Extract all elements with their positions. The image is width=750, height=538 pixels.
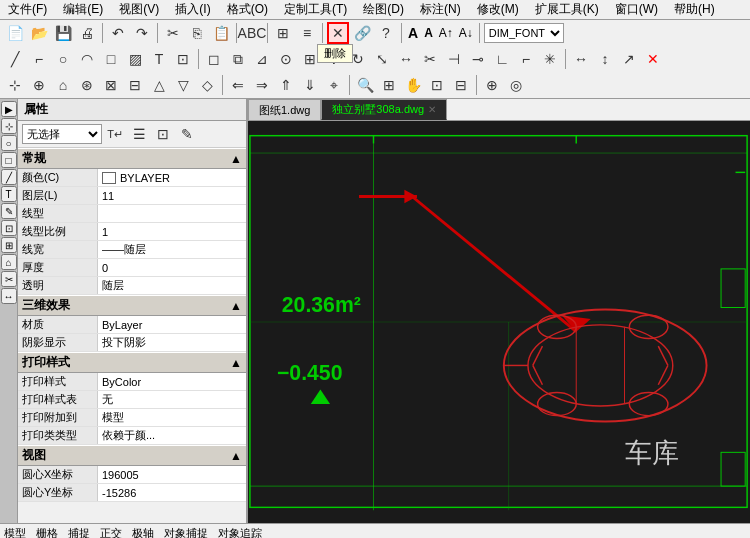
status-model[interactable]: 模型 xyxy=(4,526,26,538)
tb2-offset[interactable]: ⊙ xyxy=(275,48,297,70)
tb2-circle[interactable]: ○ xyxy=(52,48,74,70)
tb2-mirror[interactable]: ⊿ xyxy=(251,48,273,70)
tb-print[interactable]: 🖨 xyxy=(76,22,98,44)
tab-villa[interactable]: 独立别墅308a.dwg ✕ xyxy=(321,99,447,120)
menu-draw[interactable]: 绘图(D) xyxy=(359,1,408,18)
section-header-print[interactable]: 打印样式 ▲ xyxy=(18,352,246,373)
tb2-line[interactable]: ╱ xyxy=(4,48,26,70)
dim-font-select[interactable]: DIM_FONT xyxy=(484,23,564,43)
tb3-1[interactable]: ⊹ xyxy=(4,74,26,96)
tb3-8[interactable]: ▽ xyxy=(172,74,194,96)
status-grid[interactable]: 栅格 xyxy=(36,526,58,538)
tb3-zoom2[interactable]: ⊞ xyxy=(378,74,400,96)
tb2-extend[interactable]: ⊣ xyxy=(443,48,465,70)
status-polar[interactable]: 极轴 xyxy=(132,526,154,538)
prop-value-shadow[interactable]: 投下阴影 xyxy=(98,334,246,351)
tb2-dim2[interactable]: ↕ xyxy=(594,48,616,70)
tb2-arc[interactable]: ◠ xyxy=(76,48,98,70)
prop-value-transparency[interactable]: 随层 xyxy=(98,277,246,294)
tb3-7[interactable]: △ xyxy=(148,74,170,96)
tb-spell[interactable]: ABC xyxy=(241,22,263,44)
tb3-4[interactable]: ⊛ xyxy=(76,74,98,96)
prop-value-pstyle-table[interactable]: 无 xyxy=(98,391,246,408)
tb2-trim[interactable]: ✂ xyxy=(419,48,441,70)
status-otrack[interactable]: 对象追踪 xyxy=(218,526,262,538)
tb2-leader[interactable]: ↗ xyxy=(618,48,640,70)
menu-ext-tools[interactable]: 扩展工具(K) xyxy=(531,1,603,18)
tb3-11[interactable]: ⇒ xyxy=(251,74,273,96)
tb3-zoom1[interactable]: 🔍 xyxy=(354,74,376,96)
tb2-block[interactable]: ⊡ xyxy=(172,48,194,70)
prop-value-cy[interactable]: -15286 xyxy=(98,484,246,501)
tb-match[interactable]: ⊞ xyxy=(272,22,294,44)
tb-link[interactable]: 🔗 xyxy=(351,22,373,44)
prop-tb-3[interactable]: ⊡ xyxy=(152,123,174,145)
menu-annotate[interactable]: 标注(N) xyxy=(416,1,465,18)
selection-combo[interactable]: 无选择 xyxy=(22,124,102,144)
tb3-9[interactable]: ◇ xyxy=(196,74,218,96)
menu-modify[interactable]: 修改(M) xyxy=(473,1,523,18)
lt-btn-3[interactable]: ○ xyxy=(1,135,17,151)
tb3-12[interactable]: ⇑ xyxy=(275,74,297,96)
drawing-area[interactable]: 20.36m² −0.450 xyxy=(248,121,750,523)
tb2-hatch[interactable]: ▨ xyxy=(124,48,146,70)
menu-view[interactable]: 视图(V) xyxy=(115,1,163,18)
lt-btn-8[interactable]: ⊡ xyxy=(1,220,17,236)
tb-cut[interactable]: ✂ xyxy=(162,22,184,44)
tb-copy[interactable]: ⎘ xyxy=(186,22,208,44)
tb-save[interactable]: 💾 xyxy=(52,22,74,44)
tb2-scale[interactable]: ⤡ xyxy=(371,48,393,70)
tb3-2[interactable]: ⊕ xyxy=(28,74,50,96)
lt-btn-12[interactable]: ↔ xyxy=(1,288,17,304)
prop-value-color[interactable]: BYLAYER xyxy=(98,169,246,186)
prop-value-linewidth[interactable]: ——随层 xyxy=(98,241,246,258)
tb2-fillet[interactable]: ⌐ xyxy=(515,48,537,70)
prop-value-thickness[interactable]: 0 xyxy=(98,259,246,276)
menu-insert[interactable]: 插入(I) xyxy=(171,1,214,18)
prop-value-linetype[interactable] xyxy=(98,205,246,222)
tb2-rect[interactable]: □ xyxy=(100,48,122,70)
lt-btn-9[interactable]: ⊞ xyxy=(1,237,17,253)
menu-file[interactable]: 文件(F) xyxy=(4,1,51,18)
menu-tools[interactable]: 定制工具(T) xyxy=(280,1,351,18)
tb2-polyline[interactable]: ⌐ xyxy=(28,48,50,70)
lt-btn-5[interactable]: ╱ xyxy=(1,169,17,185)
tb-open[interactable]: 📂 xyxy=(28,22,50,44)
tab-drawing1[interactable]: 图纸1.dwg xyxy=(248,99,321,120)
tb3-pan[interactable]: ✋ xyxy=(402,74,424,96)
tb3-5[interactable]: ⊠ xyxy=(100,74,122,96)
prop-value-cx[interactable]: 196005 xyxy=(98,466,246,483)
tb2-stretch[interactable]: ↔ xyxy=(395,48,417,70)
tb3-zoom3[interactable]: ⊡ xyxy=(426,74,448,96)
prop-value-print-type[interactable]: 依赖于颜... xyxy=(98,427,246,444)
tb2-chamfer[interactable]: ∟ xyxy=(491,48,513,70)
lt-btn-11[interactable]: ✂ xyxy=(1,271,17,287)
tb2-copy2[interactable]: ⧉ xyxy=(227,48,249,70)
menu-format[interactable]: 格式(O) xyxy=(223,1,272,18)
prop-value-material[interactable]: ByLayer xyxy=(98,316,246,333)
tab2-close[interactable]: ✕ xyxy=(428,104,436,115)
section-header-general[interactable]: 常规 ▲ xyxy=(18,148,246,169)
lt-btn-7[interactable]: ✎ xyxy=(1,203,17,219)
menu-help[interactable]: 帮助(H) xyxy=(670,1,719,18)
prop-value-linescale[interactable]: 1 xyxy=(98,223,246,240)
status-ortho[interactable]: 正交 xyxy=(100,526,122,538)
prop-value-layer[interactable]: 11 xyxy=(98,187,246,204)
lt-btn-10[interactable]: ⌂ xyxy=(1,254,17,270)
prop-tb-1[interactable]: T↵ xyxy=(104,123,126,145)
menu-window[interactable]: 窗口(W) xyxy=(611,1,662,18)
tb2-delete-red[interactable]: ✕ xyxy=(642,48,664,70)
status-snap[interactable]: 捕捉 xyxy=(68,526,90,538)
tb-delete-highlight[interactable]: ✕ xyxy=(327,22,349,44)
section-header-view[interactable]: 视图 ▲ xyxy=(18,445,246,466)
tb-prop[interactable]: ≡ xyxy=(296,22,318,44)
lt-btn-6[interactable]: T xyxy=(1,186,17,202)
tb3-14[interactable]: ⌖ xyxy=(323,74,345,96)
prop-value-pstyle[interactable]: ByColor xyxy=(98,373,246,390)
tb-paste[interactable]: 📋 xyxy=(210,22,232,44)
tb-help[interactable]: ? xyxy=(375,22,397,44)
tb3-6[interactable]: ⊟ xyxy=(124,74,146,96)
tb3-3[interactable]: ⌂ xyxy=(52,74,74,96)
menu-edit[interactable]: 编辑(E) xyxy=(59,1,107,18)
tb3-layer1[interactable]: ⊕ xyxy=(481,74,503,96)
